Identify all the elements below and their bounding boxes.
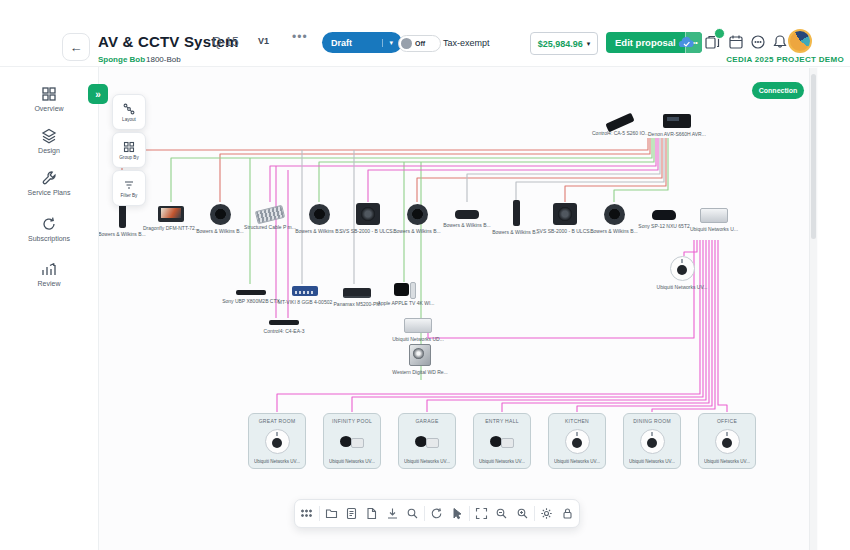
device-ubiquiti-switch[interactable]: Ubiquiti Networks U... xyxy=(694,208,734,232)
expand-panel-button[interactable]: » xyxy=(88,84,108,104)
back-button[interactable]: ← xyxy=(62,33,90,61)
device-label: Ubiquiti Networks UV... xyxy=(657,284,708,290)
drag-dots-icon[interactable] xyxy=(298,505,315,522)
edit-proposal-label: Edit proposal xyxy=(606,32,685,53)
catalog-book-icon[interactable] xyxy=(702,32,722,52)
chevron-down-icon: ▾ xyxy=(382,39,393,47)
room-office[interactable]: OFFICE Ubiquiti Networks UV... xyxy=(698,413,756,469)
sidebar-item-overview[interactable]: Overview xyxy=(0,86,98,112)
dome-camera-icon xyxy=(715,429,740,454)
bell-icon[interactable] xyxy=(770,32,790,52)
header-more-button[interactable]: ••• xyxy=(292,30,308,44)
version-label[interactable]: V1 xyxy=(258,36,269,46)
cursor-icon[interactable] xyxy=(449,505,466,522)
zoom-in-icon[interactable] xyxy=(514,505,531,522)
device-subwoofer[interactable]: SVS SB-2000 - B ULCS... xyxy=(351,203,385,234)
round-speaker-icon xyxy=(407,204,428,225)
device-structured-cable[interactable]: Structured Cable P m... xyxy=(253,208,287,230)
chevron-down-icon: ▾ xyxy=(587,40,591,48)
tax-exempt-toggle[interactable]: Off xyxy=(398,35,441,52)
connection-button[interactable]: Connection xyxy=(752,82,804,99)
lock-icon[interactable] xyxy=(559,505,576,522)
device-speaker-round[interactable]: Bowers & Wilkins B... xyxy=(203,204,237,234)
device-control4-ca5[interactable]: Control4: CA-5 S260 IO... xyxy=(592,118,649,136)
device-speaker-tower[interactable]: Bowers & Wilkins B... xyxy=(499,200,533,235)
device-label: Ubiquiti Networks U... xyxy=(690,226,738,232)
device-power-conditioner[interactable]: Panamax M5200-PM xyxy=(338,288,376,307)
sidebar-item-label: Overview xyxy=(34,105,63,112)
device-hard-drive[interactable]: Western Digital WD Re... xyxy=(398,344,442,375)
dome-camera-icon xyxy=(565,429,590,454)
device-speaker-round[interactable]: Bowers & Wilkins B... xyxy=(597,204,631,234)
center-speaker-icon xyxy=(455,210,479,219)
room-great-room[interactable]: GREAT ROOM Ubiquiti Networks UV... xyxy=(248,413,306,469)
device-center-speaker[interactable]: Bowers & Wilkins B... xyxy=(450,210,484,228)
client-name[interactable]: Sponge Bob xyxy=(98,55,145,64)
notification-badge xyxy=(714,28,725,39)
room-entry-hall[interactable]: ENTRY HALL Ubiquiti Networks UV... xyxy=(473,413,531,469)
group-by-tool-button[interactable]: Group By xyxy=(112,132,146,168)
file-text-icon[interactable] xyxy=(343,505,360,522)
toolbar-divider xyxy=(469,506,470,521)
wrench-icon xyxy=(41,170,57,186)
sidebar-item-design[interactable]: Design xyxy=(0,128,98,154)
network-switch-icon xyxy=(292,286,318,296)
room-title: OFFICE xyxy=(717,418,737,424)
company-logo[interactable] xyxy=(788,29,812,53)
disc-player-icon xyxy=(236,290,266,295)
device-label: Ubiquiti Networks UV... xyxy=(404,459,450,464)
chart-icon xyxy=(41,261,57,277)
device-dome-camera[interactable]: Ubiquiti Networks UV... xyxy=(662,256,702,290)
canvas-toolbar xyxy=(294,499,580,528)
device-label: SVS SB-2000 - B ULCS... xyxy=(339,228,397,234)
device-speaker-tower[interactable]: Bowers & Wilkins B... xyxy=(105,202,139,237)
calendar-icon[interactable] xyxy=(726,32,746,52)
network-switch-icon xyxy=(404,318,432,333)
round-speaker-icon xyxy=(210,204,231,225)
device-bluray-player[interactable]: Sony UBP X800M2B CTX xyxy=(232,290,270,304)
device-apple-tv[interactable]: Apple APPLE TV 4K WI... xyxy=(386,282,426,306)
room-kitchen[interactable]: KITCHEN Ubiquiti Networks UV... xyxy=(548,413,606,469)
search-icon[interactable] xyxy=(404,505,421,522)
room-infinity-pool[interactable]: INFINITY POOL Ubiquiti Networks UV... xyxy=(323,413,381,469)
filter-by-tool-button[interactable]: Filter By xyxy=(112,170,146,206)
device-sony-speaker[interactable]: Sony SP-12 NXU 65T2 xyxy=(644,210,684,229)
design-canvas[interactable] xyxy=(98,66,818,550)
sidebar-item-service-plans[interactable]: Service Plans xyxy=(0,170,98,196)
device-projection-screen[interactable]: Dragonfly DFM-NTT-72... xyxy=(154,206,188,231)
device-control4-ea3[interactable]: Control4: C4-EA-3 xyxy=(264,320,304,334)
download-icon[interactable] xyxy=(384,505,401,522)
chat-icon[interactable] xyxy=(748,32,768,52)
sidebar-item-subscriptions[interactable]: Subscriptions xyxy=(0,216,98,242)
device-speaker-round[interactable]: Bowers & Wilkins B... xyxy=(302,204,336,234)
device-subwoofer[interactable]: SVS SB-2000 - B ULCS... xyxy=(548,203,582,234)
round-speaker-icon xyxy=(604,204,625,225)
vertical-scrollbar[interactable] xyxy=(809,68,817,550)
device-speaker-round[interactable]: Bowers & Wilkins B... xyxy=(400,204,434,234)
room-title: INFINITY POOL xyxy=(332,418,372,424)
sidebar-item-review[interactable]: Review xyxy=(0,261,98,287)
cloud-sync-icon[interactable] xyxy=(676,32,696,52)
device-label: Control4: CA-5 S260 IO... xyxy=(592,130,649,136)
fit-screen-icon[interactable] xyxy=(473,505,490,522)
folder-icon[interactable] xyxy=(323,505,340,522)
file-blank-icon[interactable] xyxy=(363,505,380,522)
room-garage[interactable]: GARAGE Ubiquiti Networks UV... xyxy=(398,413,456,469)
device-label: Sony UBP X800M2B CTX xyxy=(222,298,280,304)
left-sidebar: Overview Design Service Plans Subscripti… xyxy=(0,66,99,550)
status-dropdown[interactable]: Draft ▾ xyxy=(322,32,402,53)
device-denon-avr[interactable]: Denon AVR-S660H AVR... xyxy=(648,114,706,137)
refresh-icon[interactable] xyxy=(428,505,445,522)
settings-gear-icon[interactable] xyxy=(538,505,555,522)
layout-tool-button[interactable]: Layout xyxy=(112,94,146,130)
scrollbar-thumb[interactable] xyxy=(811,74,816,239)
room-dining-room[interactable]: DINING ROOM Ubiquiti Networks UV... xyxy=(623,413,681,469)
device-label: Ubiquiti Networks UV... xyxy=(629,459,675,464)
device-network-switch[interactable]: MT-VIKI 8 GGB 4-00502 xyxy=(286,286,324,305)
tool-label: Group By xyxy=(119,155,138,160)
device-ubiquiti-ud[interactable]: Ubiquiti Networks UD... xyxy=(396,318,440,342)
zoom-out-icon[interactable] xyxy=(493,505,510,522)
price-dropdown[interactable]: $25,984.96 ▾ xyxy=(530,32,598,55)
subwoofer-icon xyxy=(553,203,577,225)
tool-label: Layout xyxy=(122,117,136,122)
